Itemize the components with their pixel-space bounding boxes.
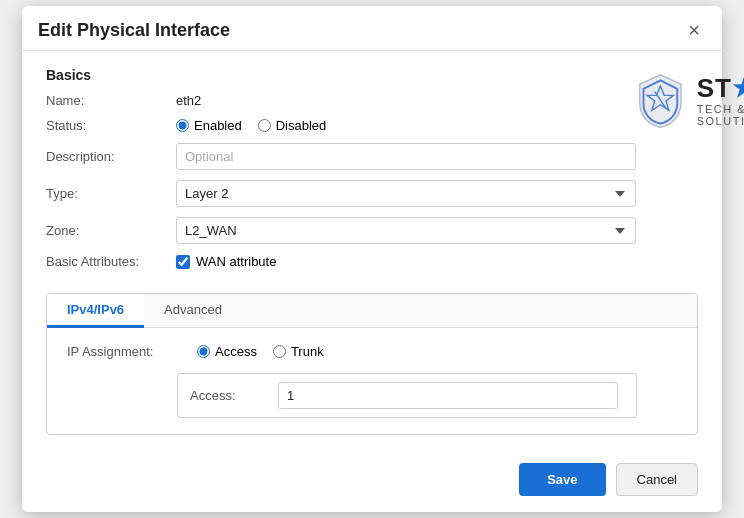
- ip-trunk-option[interactable]: Trunk: [273, 344, 324, 359]
- logo-prefix: ST: [697, 73, 732, 103]
- status-disabled-radio[interactable]: [258, 119, 271, 132]
- ip-trunk-label: Trunk: [291, 344, 324, 359]
- ip-access-radio[interactable]: [197, 345, 210, 358]
- wan-attribute-checkbox[interactable]: [176, 255, 190, 269]
- close-button[interactable]: ×: [682, 18, 706, 42]
- logo-subtitle: TECH & IT SOLUTIONS: [697, 103, 744, 127]
- logo-text: ST★RSEC TECH & IT SOLUTIONS: [697, 75, 744, 127]
- save-button[interactable]: Save: [519, 463, 605, 496]
- status-enabled-radio[interactable]: [176, 119, 189, 132]
- edit-physical-interface-dialog: Edit Physical Interface × Basics Name: e…: [22, 6, 722, 512]
- top-section: Basics Name: eth2 Status: Enabled: [46, 67, 698, 279]
- logo-area: ST★RSEC TECH & IT SOLUTIONS: [636, 71, 744, 131]
- access-field-label: Access:: [190, 388, 270, 403]
- ip-trunk-radio[interactable]: [273, 345, 286, 358]
- basics-section: Basics Name: eth2 Status: Enabled: [46, 67, 636, 279]
- zone-select[interactable]: L2_WAN: [176, 217, 636, 244]
- status-radio-group: Enabled Disabled: [176, 118, 326, 133]
- tabs-section: IPv4/IPv6 Advanced IP Assignment: Access…: [46, 293, 698, 435]
- status-enabled-option[interactable]: Enabled: [176, 118, 242, 133]
- status-disabled-option[interactable]: Disabled: [258, 118, 327, 133]
- type-row: Type: Layer 2: [46, 180, 636, 207]
- description-input[interactable]: [176, 143, 636, 170]
- status-label: Status:: [46, 118, 176, 133]
- access-input[interactable]: [278, 382, 618, 409]
- type-select[interactable]: Layer 2: [176, 180, 636, 207]
- wan-attribute-label: WAN attribute: [196, 254, 276, 269]
- dialog-header: Edit Physical Interface ×: [22, 6, 722, 51]
- tab-ipv4ipv6[interactable]: IPv4/IPv6: [47, 294, 144, 328]
- type-label: Type:: [46, 186, 176, 201]
- basic-attributes-label: Basic Attributes:: [46, 254, 176, 269]
- zone-row: Zone: L2_WAN: [46, 217, 636, 244]
- wan-attribute-checkbox-item[interactable]: WAN attribute: [176, 254, 276, 269]
- basic-attributes-row: Basic Attributes: WAN attribute: [46, 254, 636, 269]
- dialog-footer: Save Cancel: [22, 451, 722, 512]
- name-row: Name: eth2: [46, 93, 636, 108]
- ip-access-label: Access: [215, 344, 257, 359]
- zone-label: Zone:: [46, 223, 176, 238]
- description-label: Description:: [46, 149, 176, 164]
- logo-brand: ST★RSEC: [697, 75, 744, 101]
- description-row: Description:: [46, 143, 636, 170]
- name-label: Name:: [46, 93, 176, 108]
- status-disabled-label: Disabled: [276, 118, 327, 133]
- access-row: Access:: [177, 373, 677, 418]
- tabs-header: IPv4/IPv6 Advanced: [47, 294, 697, 328]
- status-enabled-label: Enabled: [194, 118, 242, 133]
- tab-advanced[interactable]: Advanced: [144, 294, 242, 328]
- logo-star-icon: ★: [732, 73, 744, 103]
- cancel-button[interactable]: Cancel: [616, 463, 698, 496]
- logo-shield-icon: [636, 71, 685, 131]
- ip-access-option[interactable]: Access: [197, 344, 257, 359]
- status-row: Status: Enabled Disabled: [46, 118, 636, 133]
- ip-assignment-row: IP Assignment: Access Trunk: [67, 344, 677, 359]
- dialog-body: Basics Name: eth2 Status: Enabled: [22, 51, 722, 451]
- ip-assignment-label: IP Assignment:: [67, 344, 197, 359]
- dialog-title: Edit Physical Interface: [38, 20, 230, 41]
- access-box: Access:: [177, 373, 637, 418]
- tab-content-ipv4ipv6: IP Assignment: Access Trunk: [47, 328, 697, 434]
- ip-assignment-radio-group: Access Trunk: [197, 344, 324, 359]
- basics-heading: Basics: [46, 67, 636, 83]
- name-value: eth2: [176, 93, 201, 108]
